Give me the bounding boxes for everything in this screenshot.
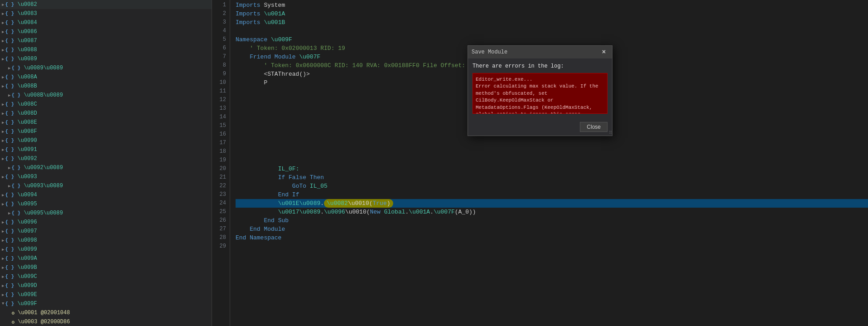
sidebar-item-u0099[interactable]: ▶ { } \u0099: [0, 245, 212, 254]
bracket-icon: { }: [5, 174, 14, 180]
bracket-icon: { }: [5, 11, 14, 16]
bracket-icon: { }: [5, 247, 14, 252]
sidebar-item-u009C[interactable]: ▶ { } \u009C: [0, 272, 212, 281]
expand-icon: ▶: [8, 93, 10, 98]
bracket-icon: { }: [5, 38, 14, 44]
item-label: \u009C: [14, 273, 37, 280]
sidebar-item-u0096[interactable]: ▶ { } \u0096: [0, 218, 212, 227]
bracket-icon: { }: [5, 74, 14, 80]
item-label: \u0097: [14, 228, 37, 234]
dialog-message: There are errors in the log:: [473, 63, 608, 69]
save-module-dialog[interactable]: Save Module × There are errors in the lo…: [468, 45, 612, 136]
sidebar-item-u009D[interactable]: ▶ { } \u009D: [0, 281, 212, 290]
expand-icon: ▶: [2, 147, 4, 152]
sidebar-item-u0089-sub[interactable]: ▶ { } \u0089\u0089: [0, 63, 212, 73]
sidebar-item-u0094[interactable]: ▶ { } \u0094: [0, 190, 212, 199]
sidebar-item-u0095-sub[interactable]: ▶ { } \u0095\u0089: [0, 209, 212, 218]
sidebar-item-u008E[interactable]: ▶ { } \u008E: [0, 118, 212, 127]
sidebar[interactable]: ▶ { } \u0082 ▶ { } \u0083 ▶ { } \u0084 ▶…: [0, 0, 212, 326]
expand-icon: ▶: [2, 20, 4, 25]
sidebar-item-u009A[interactable]: ▶ { } \u009A: [0, 254, 212, 263]
sidebar-item-u009B[interactable]: ▶ { } \u009B: [0, 263, 212, 272]
bracket-icon: { }: [5, 274, 14, 279]
editor-area: 1 2 3 4 5 6 7 8 9 10 11 12 13 14 15 16 1…: [212, 0, 868, 326]
expand-icon: ▶: [2, 29, 4, 34]
sidebar-item-u008A[interactable]: ▶ { } \u008A: [0, 73, 212, 82]
sidebar-item-u0082[interactable]: ▶ { } \u0082: [0, 0, 212, 9]
bracket-icon: { }: [5, 147, 14, 152]
sidebar-item-u0095[interactable]: ▶ { } \u0095: [0, 199, 212, 209]
expand-icon: [8, 311, 10, 315]
sidebar-item-u008B-sub[interactable]: ▶ { } \u008B\u0089: [0, 91, 212, 100]
expand-icon: ▼: [2, 302, 4, 306]
expand-icon: ▶: [2, 202, 4, 207]
sidebar-item-u009F[interactable]: ▼ { } \u009F: [0, 299, 212, 308]
item-label: \u008D: [14, 110, 37, 117]
sidebar-item-u0086[interactable]: ▶ { } \u0086: [0, 27, 212, 36]
expand-icon: ▶: [2, 57, 4, 62]
item-label: \u0095: [14, 201, 37, 207]
expand-icon: ▶: [2, 265, 4, 270]
sidebar-item-u0091[interactable]: ▶ { } \u0091: [0, 145, 212, 154]
sidebar-item-u0090[interactable]: ▶ { } \u0090: [0, 136, 212, 145]
item-label: \u0093\u0089: [20, 183, 63, 189]
item-label: \u0084: [14, 19, 37, 26]
resize-handle[interactable]: ⠿: [607, 130, 612, 136]
sidebar-item-u0093[interactable]: ▶ { } \u0093: [0, 172, 212, 181]
item-label: \u0099: [14, 246, 37, 253]
sidebar-item-u0098[interactable]: ▶ { } \u0098: [0, 236, 212, 245]
expand-icon: ▶: [2, 48, 4, 53]
item-label: \u0091: [14, 146, 37, 153]
expand-icon: ▶: [2, 2, 4, 7]
sidebar-item-u0001[interactable]: ⚙ \u0001 @02001048: [0, 308, 212, 317]
sidebar-item-u0087[interactable]: ▶ { } \u0087: [0, 36, 212, 45]
error-text: Editor_write.exe...Error calculating max…: [476, 77, 604, 114]
bracket-icon: { }: [5, 29, 14, 34]
item-label: \u008E: [14, 119, 37, 126]
sidebar-item-u008B[interactable]: ▶ { } \u008B: [0, 82, 212, 91]
sidebar-item-u0092[interactable]: ▶ { } \u0092: [0, 154, 212, 163]
bracket-icon: { }: [5, 138, 14, 143]
expand-icon: ▶: [2, 111, 4, 116]
expand-icon: ▶: [2, 256, 4, 261]
sidebar-item-u0088[interactable]: ▶ { } \u0088: [0, 45, 212, 54]
item-label: \u0095\u0089: [20, 210, 63, 216]
sidebar-item-u0083[interactable]: ▶ { } \u0083: [0, 9, 212, 18]
expand-icon: ▶: [8, 66, 10, 71]
bracket-icon: { }: [5, 129, 14, 134]
bracket-icon: { }: [11, 65, 20, 71]
expand-icon: ▶: [8, 184, 10, 189]
sidebar-item-u0097[interactable]: ▶ { } \u0097: [0, 227, 212, 236]
sidebar-item-u0093-sub[interactable]: ▶ { } \u0093\u0089: [0, 181, 212, 190]
bracket-icon: { }: [5, 256, 14, 261]
sidebar-item-u008D[interactable]: ▶ { } \u008D: [0, 109, 212, 118]
item-label: \u0003 @02000D86: [14, 319, 70, 325]
sidebar-item-u0089[interactable]: ▶ { } \u0089: [0, 54, 212, 63]
bracket-icon: { }: [5, 2, 14, 7]
sidebar-item-u0084[interactable]: ▶ { } \u0084: [0, 18, 212, 27]
dialog-overlay: Save Module × There are errors in the lo…: [212, 0, 868, 326]
bracket-icon: { }: [5, 219, 14, 225]
item-label: \u0089\u0089: [20, 65, 63, 71]
dialog-close-button[interactable]: ×: [599, 48, 608, 57]
expand-icon: ▶: [8, 165, 10, 170]
dialog-titlebar: Save Module ×: [468, 46, 612, 58]
sidebar-item-u009E[interactable]: ▶ { } \u009E: [0, 290, 212, 299]
sidebar-item-u0003[interactable]: ⚙ \u0003 @02000D86: [0, 317, 212, 326]
bracket-icon: { }: [11, 210, 20, 216]
sidebar-item-u008C[interactable]: ▶ { } \u008C: [0, 100, 212, 109]
sidebar-item-u0092-sub[interactable]: ▶ { } \u0092\u0089: [0, 163, 212, 172]
dialog-footer: Close: [468, 118, 612, 136]
expand-icon: ▶: [2, 39, 4, 44]
item-label: \u0083: [14, 10, 37, 17]
expand-icon: ▶: [2, 283, 4, 288]
expand-icon: ▶: [2, 292, 4, 297]
item-label: \u008C: [14, 101, 37, 107]
close-button[interactable]: Close: [580, 122, 608, 132]
expand-icon: ▶: [2, 238, 4, 243]
bracket-icon: { }: [11, 183, 20, 189]
dialog-body: There are errors in the log: Editor_writ…: [468, 58, 612, 118]
expand-icon: ▶: [2, 102, 4, 107]
item-label: \u0086: [14, 29, 37, 35]
sidebar-item-u008F[interactable]: ▶ { } \u008F: [0, 127, 212, 136]
